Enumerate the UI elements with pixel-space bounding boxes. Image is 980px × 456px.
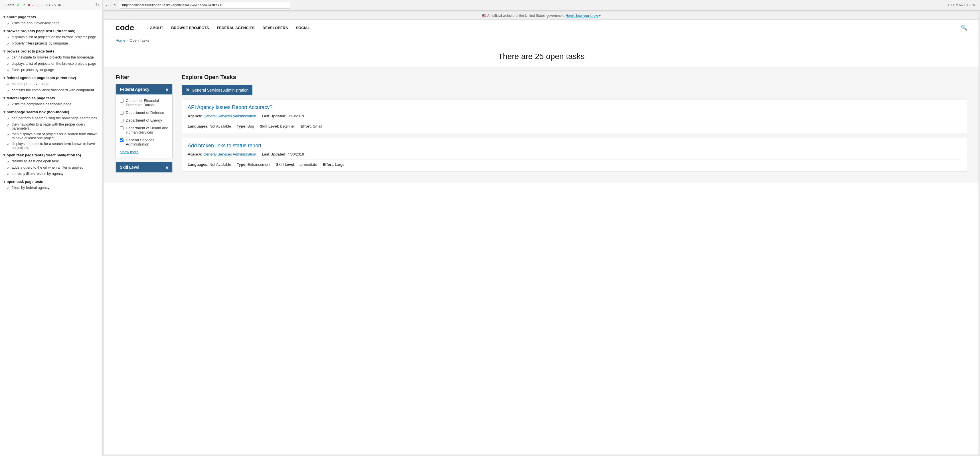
- test-item: ✓can navigate to browse projects from th…: [0, 54, 102, 61]
- browser-forward-icon[interactable]: ›: [110, 3, 111, 7]
- test-item-label: displays a list of projects on the brows…: [12, 62, 96, 65]
- main-content: Filter Federal Agency ∧ Consumer Financi…: [104, 67, 978, 183]
- how-you-know-link[interactable]: Here's how you know: [566, 14, 598, 18]
- skill-level-filter: Skill Level ∧: [116, 162, 173, 173]
- task-meta-1: Agency: General Services Administration …: [188, 114, 961, 118]
- test-status-icon: ✓: [7, 116, 10, 121]
- active-filter-label: General Services Administration: [192, 88, 248, 92]
- test-group-header[interactable]: ▾open task page tests (direct navigation…: [0, 151, 102, 158]
- test-item: ✓has the proper verbiage: [0, 81, 102, 87]
- task-card-1: API Agency Issues Report Accuracy? Agenc…: [182, 100, 967, 133]
- type-2: Type: Enhancement: [237, 163, 270, 167]
- test-item: ✓contains the compliance dashboard web c…: [0, 87, 102, 94]
- test-item: ✓displays a list of projects on the brow…: [0, 61, 102, 67]
- test-item: ✓then navigates to a page with the prope…: [0, 121, 102, 131]
- test-item: ✓displays a list of projects on the brow…: [0, 34, 102, 40]
- nav-developers[interactable]: DEVELOPERS: [262, 26, 288, 30]
- test-item: ✓correctly filters results by agency: [0, 171, 102, 177]
- test-status-icon: ✓: [7, 142, 10, 147]
- show-more-button[interactable]: Show more: [116, 148, 172, 156]
- task-meta-2: Agency: General Services Administration …: [188, 152, 961, 156]
- task-title-1[interactable]: API Agency Issues Report Accuracy?: [188, 104, 961, 110]
- site-logo: code_: [116, 23, 138, 32]
- browser-reload-icon[interactable]: ↻: [113, 3, 117, 7]
- logo-underscore: _: [134, 23, 138, 32]
- skill-level-label: Skill Level: [120, 165, 139, 169]
- doe-checkbox[interactable]: [120, 119, 124, 123]
- skill-chevron-up-icon: ∧: [165, 165, 168, 169]
- nav-browse-projects[interactable]: BROWSE PROJECTS: [171, 26, 209, 30]
- test-item: ✓visits the about/overview page: [0, 20, 102, 27]
- cfpb-checkbox[interactable]: [120, 99, 124, 103]
- test-status-icon: ✓: [7, 41, 10, 46]
- test-status-icon: ✓: [7, 186, 10, 190]
- back-button[interactable]: ‹ Tests: [3, 3, 14, 7]
- last-updated-label-2: Last Updated: 4/30/2019: [262, 152, 304, 156]
- separator-icon: |: [63, 3, 64, 7]
- filter-title: Filter: [116, 74, 173, 80]
- dod-label: Department of Defense: [126, 110, 164, 115]
- filter-option-cfpb[interactable]: Consumer Financial Protection Bureau: [116, 97, 172, 109]
- nav-about[interactable]: ABOUT: [150, 26, 163, 30]
- gsa-checkbox[interactable]: [120, 139, 124, 142]
- test-status-icon: ✓: [7, 166, 10, 170]
- filter-option-gsa[interactable]: General Services Administration: [116, 136, 172, 148]
- pending-count: ◌ --: [36, 3, 43, 7]
- test-group-header[interactable]: ▾open task page tests: [0, 177, 102, 185]
- test-group-header[interactable]: ▾federal agencies page tests: [0, 94, 102, 101]
- chevron-up-icon: ∧: [165, 87, 168, 92]
- test-item-label: has the proper verbiage: [12, 82, 49, 86]
- federal-agency-header[interactable]: Federal Agency ∧: [116, 84, 172, 94]
- page-title-section: There are 25 open tasks: [104, 45, 978, 67]
- skill-level-1: Skill Level: Beginner: [260, 124, 295, 128]
- test-item: ✓filters by federal agency: [0, 185, 102, 191]
- test-item: ✓displays no projects for a search term …: [0, 141, 102, 151]
- remove-filter-button[interactable]: ✕: [186, 87, 189, 93]
- explore-title: Explore Open Tasks: [182, 74, 967, 80]
- agency-link-1[interactable]: General Services Administration: [204, 114, 256, 118]
- test-group-header[interactable]: ▾browse projects page tests: [0, 47, 102, 54]
- test-status-icon: ✓: [7, 132, 10, 137]
- last-updated-label-1: Last Updated: 8/19/2019: [262, 114, 304, 118]
- agency-label-2: Agency: General Services Administration: [188, 152, 256, 156]
- test-toolbar: ‹ Tests ✓ 17 ✕ -- ◌ -- 37.95 ⊕ | ↻: [0, 0, 102, 10]
- task-details-2: Languages: Not Available Type: Enhanceme…: [188, 163, 961, 167]
- test-group-header[interactable]: ▾about page tests: [0, 13, 102, 20]
- skill-level-header[interactable]: Skill Level ∧: [116, 162, 172, 172]
- type-1: Type: Bug: [237, 124, 254, 128]
- filter-option-doe[interactable]: Department of Energy: [116, 116, 172, 124]
- url-bar[interactable]: [119, 2, 290, 8]
- breadcrumb-home[interactable]: Home: [116, 38, 126, 43]
- back-label: Tests: [6, 3, 14, 7]
- test-group-header[interactable]: ▾browse projects page tests (direct nav): [0, 27, 102, 34]
- test-item-label: visits the about/overview page: [12, 21, 59, 25]
- agency-link-2[interactable]: General Services Administration: [204, 152, 256, 156]
- last-updated-value-2: 4/30/2019: [288, 152, 304, 156]
- federal-agency-label: Federal Agency: [120, 87, 150, 92]
- test-item: ✓adds a query to the url when a filter i…: [0, 165, 102, 171]
- test-panel: ‹ Tests ✓ 17 ✕ -- ◌ -- 37.95 ⊕ | ↻ ▾abou…: [0, 0, 103, 456]
- reload-button[interactable]: ↻: [95, 2, 99, 8]
- nav-federal-agencies[interactable]: FEDERAL AGENCIES: [217, 26, 255, 30]
- browser-back-icon[interactable]: ‹: [106, 3, 108, 7]
- nav-social[interactable]: SOCIAL: [296, 26, 310, 30]
- website-content: 🇺🇸 An official website of the United Sta…: [104, 12, 979, 455]
- search-icon[interactable]: 🔍: [961, 24, 967, 31]
- test-status-icon: ✓: [7, 56, 10, 60]
- browser-frame: ‹ › ↻ 1000 x 660 (100%) 🇺🇸 An official w…: [103, 0, 980, 456]
- gov-banner: 🇺🇸 An official website of the United Sta…: [104, 12, 978, 20]
- breadcrumb-current: Open Tasks: [130, 38, 149, 43]
- dhhs-checkbox[interactable]: [120, 126, 124, 130]
- test-item-label: properly filters projects by language: [12, 41, 68, 45]
- dod-checkbox[interactable]: [120, 111, 124, 115]
- active-filter-tag[interactable]: ✕ General Services Administration: [182, 85, 252, 95]
- test-status-icon: ✓: [7, 88, 10, 93]
- test-group-header[interactable]: ▾homepage search box (non-mobile): [0, 108, 102, 115]
- task-title-2[interactable]: Add broken links to status report: [188, 143, 961, 149]
- test-group-header[interactable]: ▾federal agencies page tests (direct nav…: [0, 73, 102, 81]
- test-item-label: displays no projects for a search term k…: [12, 142, 99, 150]
- filter-option-dod[interactable]: Department of Defense: [116, 109, 172, 116]
- filter-option-dhhs[interactable]: Department of Health and Human Services: [116, 124, 172, 136]
- test-status-icon: ✓: [7, 35, 10, 40]
- breadcrumb-separator: >: [126, 38, 129, 43]
